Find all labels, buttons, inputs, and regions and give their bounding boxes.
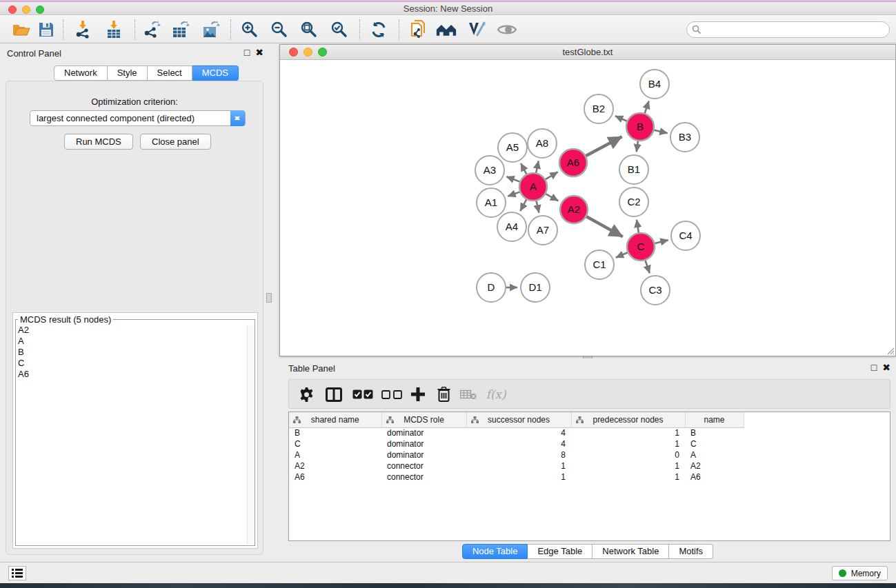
tab-mcds[interactable]: MCDS xyxy=(192,65,239,81)
style-toggle-icon[interactable] xyxy=(466,20,487,39)
table-cell[interactable]: A2 xyxy=(685,460,744,472)
graph-node-A5[interactable]: A5 xyxy=(498,133,527,162)
table-row[interactable]: A2connector11A2 xyxy=(289,460,744,472)
refresh-icon[interactable] xyxy=(368,20,389,39)
table-cell[interactable]: A6 xyxy=(685,472,744,483)
table-cell[interactable]: A xyxy=(289,449,381,460)
table-cell[interactable]: 8 xyxy=(466,449,571,460)
mcds-result-list[interactable]: A2ABCA6 xyxy=(17,325,246,545)
graph-node-A4[interactable]: A4 xyxy=(497,212,526,241)
import-network-icon[interactable] xyxy=(72,20,93,39)
minimize-traffic-light[interactable] xyxy=(303,48,312,57)
graph-edge-B-B1[interactable] xyxy=(637,141,638,152)
table-cell[interactable]: 1 xyxy=(466,472,571,483)
table-cell[interactable]: connector xyxy=(381,472,466,483)
table-row[interactable]: Bdominator41B xyxy=(289,427,744,438)
graph-node-C1[interactable]: C1 xyxy=(585,250,614,279)
table-row[interactable]: Adominator80A xyxy=(289,449,744,460)
graph-edge-A-A2[interactable] xyxy=(546,194,559,201)
table-row[interactable]: A6connector11A6 xyxy=(289,472,744,483)
show-hide-icon[interactable] xyxy=(497,20,517,39)
tab-network[interactable]: Network xyxy=(54,65,108,81)
table-cell[interactable]: 4 xyxy=(466,438,571,449)
table-cell[interactable]: C xyxy=(685,438,744,449)
graph-edge-A-A6[interactable] xyxy=(545,172,558,179)
export-table-icon[interactable] xyxy=(170,20,191,39)
table-cell[interactable]: 4 xyxy=(466,427,571,438)
graph-node-B1[interactable]: B1 xyxy=(619,155,648,184)
delete-table-icon[interactable] xyxy=(458,385,479,403)
minimize-traffic-light[interactable] xyxy=(22,6,30,14)
save-session-icon[interactable] xyxy=(36,20,57,39)
graph-node-A6[interactable]: A6 xyxy=(559,149,587,176)
mcds-result-item[interactable]: C xyxy=(17,358,246,369)
table-cell[interactable]: A2 xyxy=(289,460,381,472)
mcds-result-item[interactable]: A6 xyxy=(17,369,246,380)
graph-edge-A-A8[interactable] xyxy=(536,161,539,174)
export-network-icon[interactable] xyxy=(141,20,162,39)
vertical-splitter-handle[interactable] xyxy=(266,293,272,303)
column-header[interactable]: successor nodes xyxy=(466,412,571,427)
show-columns-icon[interactable] xyxy=(323,385,344,403)
result-scrollbar[interactable] xyxy=(247,325,255,545)
table-cell[interactable]: A xyxy=(685,449,744,460)
close-panel-icon[interactable]: ✖ xyxy=(882,362,890,373)
tab-select[interactable]: Select xyxy=(148,65,192,81)
graph-edge-B-B2[interactable] xyxy=(615,116,628,121)
float-panel-icon[interactable]: □ xyxy=(244,47,250,58)
graph-node-C2[interactable]: C2 xyxy=(619,187,648,216)
graph-edge-A-A7[interactable] xyxy=(536,201,539,213)
deselect-all-columns-icon[interactable] xyxy=(380,385,404,403)
select-all-columns-icon[interactable] xyxy=(351,385,375,403)
close-traffic-light[interactable] xyxy=(289,48,298,57)
network-graph[interactable]: B4B2BB3A8A5A6B1A3AC2A1A2A4A7C4CC1DD1C3 xyxy=(280,60,895,356)
graph-node-A[interactable]: A xyxy=(519,173,547,201)
graph-edge-A-A4[interactable] xyxy=(520,199,526,212)
graph-edge-C-C4[interactable] xyxy=(654,240,668,243)
graph-node-B[interactable]: B xyxy=(626,113,654,141)
open-file-icon[interactable] xyxy=(11,20,32,39)
table-cell[interactable]: dominator xyxy=(381,438,466,449)
mcds-result-item[interactable]: B xyxy=(17,347,246,358)
zoom-traffic-light[interactable] xyxy=(36,6,44,14)
column-header[interactable]: shared name xyxy=(289,412,381,427)
table-cell[interactable]: B xyxy=(685,427,744,438)
graph-node-C4[interactable]: C4 xyxy=(671,221,700,250)
zoom-fit-icon[interactable] xyxy=(299,20,319,39)
tab-node-table[interactable]: Node Table xyxy=(462,544,528,559)
graph-edge-B-B4[interactable] xyxy=(644,101,648,114)
graph-node-A1[interactable]: A1 xyxy=(477,188,506,217)
graph-node-A7[interactable]: A7 xyxy=(528,216,557,245)
table-cell[interactable]: 1 xyxy=(571,460,685,472)
graph-node-A3[interactable]: A3 xyxy=(475,156,504,185)
graph-edge-A-A1[interactable] xyxy=(508,192,520,196)
table-cell[interactable]: A6 xyxy=(289,472,381,483)
function-builder-icon[interactable]: f(x) xyxy=(484,385,508,403)
table-cell[interactable]: 1 xyxy=(571,427,685,438)
graph-edge-A-A5[interactable] xyxy=(521,163,527,174)
export-image-icon[interactable] xyxy=(201,20,221,39)
graph-node-A8[interactable]: A8 xyxy=(528,129,557,158)
graph-node-C3[interactable]: C3 xyxy=(641,276,670,305)
column-header[interactable]: name xyxy=(685,412,744,427)
memory-button[interactable]: Memory xyxy=(832,566,888,580)
column-header[interactable]: MCDS role xyxy=(381,412,466,427)
table-settings-gear-icon[interactable] xyxy=(297,385,315,403)
import-table-icon[interactable] xyxy=(103,20,124,39)
delete-column-trash-icon[interactable] xyxy=(434,385,453,403)
zoom-traffic-light[interactable] xyxy=(318,48,327,57)
table-row[interactable]: Cdominator41C xyxy=(289,438,744,449)
create-column-plus-icon[interactable] xyxy=(408,385,428,403)
graph-edge-A-A3[interactable] xyxy=(506,176,520,182)
close-panel-icon[interactable]: ✖ xyxy=(255,47,263,58)
table-cell[interactable]: connector xyxy=(381,460,466,472)
mcds-result-item[interactable]: A2 xyxy=(17,325,246,336)
close-traffic-light[interactable] xyxy=(8,6,17,14)
tab-motifs[interactable]: Motifs xyxy=(669,544,713,559)
ndex-browse-icon[interactable] xyxy=(436,20,457,39)
table-cell[interactable]: B xyxy=(289,427,381,438)
zoom-selected-icon[interactable] xyxy=(329,20,350,39)
node-table[interactable]: shared nameMCDS rolesuccessor nodesprede… xyxy=(289,412,744,483)
search-input[interactable] xyxy=(686,21,890,38)
task-history-button[interactable] xyxy=(8,566,26,580)
